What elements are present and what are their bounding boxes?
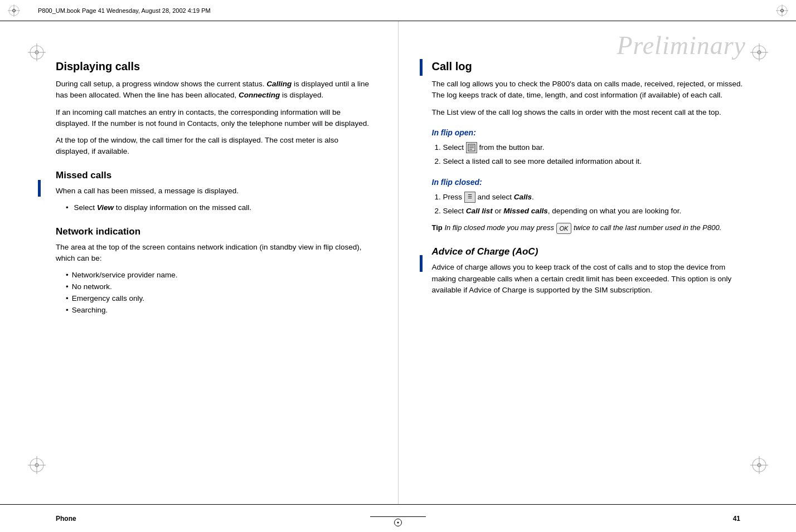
- displaying-calls-p2: If an incoming call matches an entry in …: [56, 107, 370, 130]
- call-log-title: Call log: [432, 60, 746, 73]
- flip-closed-step-1: Press ☰ and select Calls.: [443, 192, 746, 203]
- section-displaying-calls: Displaying calls During call setup, a pr…: [56, 60, 370, 158]
- missed-calls-paragraph: When a call has been missed, a message i…: [56, 186, 370, 197]
- network-bullet-2: No network.: [66, 281, 370, 293]
- call-log-p2: The List view of the call log shows the …: [432, 107, 746, 118]
- missed-calls-label: Missed calls: [503, 207, 548, 215]
- missed-calls-title: Missed calls: [56, 170, 370, 181]
- tip-paragraph: Tip In flip closed mode you may press OK…: [432, 222, 746, 234]
- right-column: Call log The call log allows you to chec…: [399, 21, 797, 504]
- displaying-calls-p3: At the top of the window, the call timer…: [56, 135, 370, 158]
- calling-text: Calling: [266, 80, 292, 88]
- connecting-text: Connecting: [239, 91, 280, 99]
- tip-label: Tip: [432, 223, 443, 232]
- section-aoc: Advice of Charge (AoC) Advice of charge …: [432, 246, 746, 296]
- call-log-p1: The call log allows you to check the P80…: [432, 79, 746, 101]
- menu-btn-icon: ☰: [464, 192, 475, 203]
- left-column: Displaying calls During call setup, a pr…: [0, 21, 399, 504]
- calls-label: Calls: [514, 193, 532, 201]
- flip-open-step-1: Select from the button bar.: [443, 142, 746, 154]
- flip-open-heading: In flip open:: [432, 127, 746, 139]
- tip-text: In flip closed mode you may press OK twi…: [444, 223, 721, 232]
- network-bullets: Network/service provider name. No networ…: [66, 270, 370, 316]
- call-list-label: Call list: [466, 207, 493, 215]
- displaying-calls-p1: During call setup, a progress window sho…: [56, 79, 370, 101]
- call-log-icon: [466, 142, 477, 153]
- footer-left-label: Phone: [56, 515, 76, 523]
- content-area: Displaying calls During call setup, a pr…: [0, 21, 796, 504]
- flip-closed-step-2: Select Call list or Missed calls, depend…: [443, 206, 746, 217]
- corner-reg-br: [750, 456, 768, 476]
- flip-open-steps: Select from the button bar. Select a lis…: [443, 142, 746, 168]
- network-bullet-4: Searching.: [66, 305, 370, 316]
- corner-reg-tl: [28, 43, 46, 64]
- network-bullet-3: Emergency calls only.: [66, 293, 370, 305]
- side-marker-tip: [420, 255, 423, 272]
- missed-calls-bullet-1: Select View to display information on th…: [66, 202, 370, 214]
- section-missed-calls: Missed calls When a call has been missed…: [56, 170, 370, 214]
- displaying-calls-title: Displaying calls: [56, 60, 370, 73]
- footer: Phone 41: [0, 504, 796, 532]
- corner-reg-tr: [750, 43, 768, 64]
- view-label: View: [97, 203, 114, 212]
- side-marker-missed: [38, 180, 41, 197]
- section-call-log: Call log The call log allows you to chec…: [432, 60, 746, 217]
- section-network: Network indication The area at the top o…: [56, 226, 370, 316]
- network-title: Network indication: [56, 226, 370, 237]
- flip-open-step-2: Select a listed call to see more detaile…: [443, 156, 746, 168]
- footer-center-decoration: [370, 516, 426, 526]
- side-marker-calllog: [420, 59, 423, 76]
- reg-mark-right: [776, 4, 788, 17]
- footer-right-label: 41: [733, 515, 740, 523]
- corner-reg-bl: [28, 456, 46, 476]
- network-bullet-1: Network/service provider name.: [66, 270, 370, 281]
- ok-button-icon: OK: [556, 223, 572, 235]
- header-text: P800_UM.book Page 41 Wednesday, August 2…: [38, 7, 211, 14]
- page: P800_UM.book Page 41 Wednesday, August 2…: [0, 0, 796, 532]
- header-bar: P800_UM.book Page 41 Wednesday, August 2…: [0, 0, 796, 21]
- missed-calls-bullets: Select View to display information on th…: [66, 202, 370, 214]
- aoc-paragraph: Advice of charge allows you to keep trac…: [432, 262, 746, 296]
- flip-closed-steps: Press ☰ and select Calls. Select Call li…: [443, 192, 746, 217]
- flip-closed-heading: In flip closed:: [432, 177, 746, 188]
- network-paragraph: The area at the top of the screen contai…: [56, 242, 370, 265]
- reg-mark-left: [8, 4, 20, 17]
- aoc-title: Advice of Charge (AoC): [432, 246, 746, 257]
